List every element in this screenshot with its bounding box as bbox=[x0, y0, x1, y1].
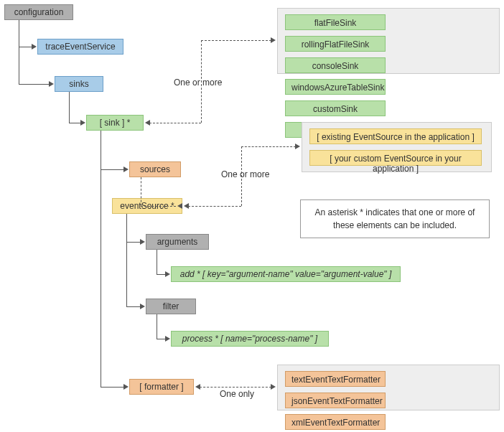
sinktype-flatFileSink: flatFileSink bbox=[285, 14, 386, 30]
label-one-only: One only bbox=[220, 389, 254, 399]
node-configuration: configuration bbox=[4, 4, 73, 20]
panel-sink-types: flatFileSink rollingFlatFileSink console… bbox=[277, 8, 500, 74]
formatter-xml: xmlEventTextFormatter bbox=[285, 414, 386, 430]
node-sink: [ sink ] * bbox=[86, 115, 144, 131]
node-process: process * [ name="process-name" ] bbox=[171, 331, 329, 347]
formatter-json: jsonEventTextFormatter bbox=[285, 393, 386, 408]
node-sources: sources bbox=[129, 161, 181, 177]
formatter-text: textEventTextFormatter bbox=[285, 371, 386, 387]
node-traceEventService: traceEventService bbox=[37, 39, 123, 55]
sinktype-rollingFlatFileSink: rollingFlatFileSink bbox=[285, 36, 386, 52]
sinktype-consoleSink: consoleSink bbox=[285, 57, 386, 73]
node-arguments: arguments bbox=[146, 234, 209, 250]
label-one-or-more-sink: One or more bbox=[174, 78, 222, 88]
panel-event-sources: [ existing EventSource in the applicatio… bbox=[302, 122, 492, 172]
sinktype-customSink: customSink bbox=[285, 100, 386, 116]
node-sinks: sinks bbox=[55, 76, 103, 92]
note-box: An asterisk * indicates that one or more… bbox=[300, 199, 490, 238]
sinktype-windowsAzureTableSink: windowsAzureTableSink bbox=[285, 79, 386, 95]
label-one-or-more-es: One or more bbox=[221, 169, 269, 179]
node-add: add * [ key="argument-name" value="argum… bbox=[171, 266, 401, 282]
node-filter: filter bbox=[146, 299, 196, 314]
eventsource-existing: [ existing EventSource in the applicatio… bbox=[309, 128, 482, 144]
node-formatter: [ formatter ] bbox=[129, 379, 194, 395]
panel-formatters: textEventTextFormatter jsonEventTextForm… bbox=[277, 365, 500, 410]
eventsource-custom: [ your custom EventSource in your applic… bbox=[309, 150, 482, 166]
